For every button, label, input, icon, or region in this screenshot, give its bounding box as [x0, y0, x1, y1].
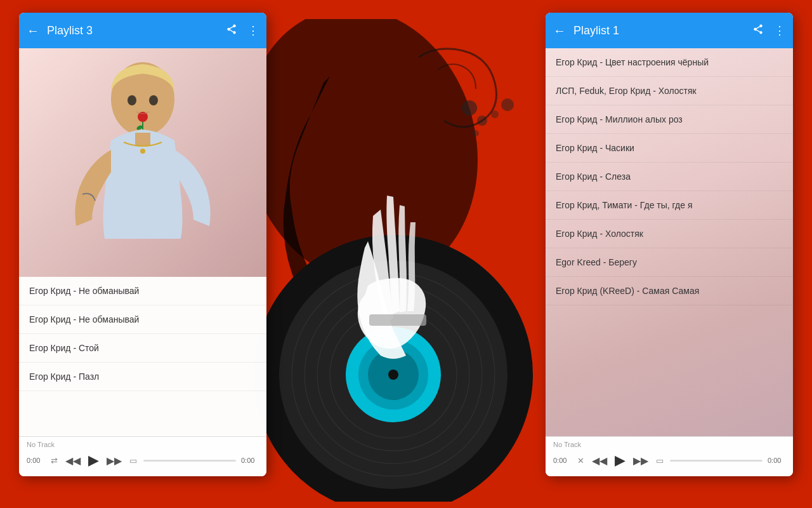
right-song-item-2[interactable]: Егор Крид - Миллион алых роз — [546, 105, 793, 134]
left-song-item-0[interactable]: Егор Крид - Не обманывай — [19, 277, 266, 305]
left-time-start: 0:00 — [27, 457, 44, 464]
left-toolbar-icons: ⋮ — [226, 23, 259, 38]
right-shuffle-btn[interactable]: ✕ — [576, 455, 586, 467]
right-progress-bar[interactable] — [670, 460, 763, 462]
left-song-list: Егор Крид - Не обманывай Егор Крид - Не … — [19, 277, 266, 436]
left-shuffle-btn[interactable]: ⇄ — [49, 455, 59, 467]
left-repeat-btn[interactable]: ▭ — [128, 455, 138, 467]
left-artist-image — [19, 48, 266, 277]
right-song-item-6[interactable]: Егор Крид - Холостяк — [546, 220, 793, 248]
right-repeat-btn[interactable]: ▭ — [655, 455, 665, 467]
left-more-icon[interactable]: ⋮ — [247, 23, 259, 38]
left-prev-btn[interactable]: ◀◀ — [64, 453, 82, 468]
right-song-item-1[interactable]: ЛСП, Feduk, Егор Крид - Холостяк — [546, 77, 793, 105]
left-play-btn[interactable]: ▶ — [87, 451, 100, 470]
left-progress-bar[interactable] — [143, 460, 236, 462]
right-prev-btn[interactable]: ◀◀ — [591, 453, 608, 468]
left-player-controls: 0:00 ⇄ ◀◀ ▶ ▶▶ ▭ 0:00 — [27, 451, 259, 470]
right-player-controls: 0:00 ✕ ◀◀ ▶ ▶▶ ▭ 0:00 — [553, 451, 785, 470]
left-playlist-title: Playlist 3 — [47, 24, 226, 37]
right-song-item-8[interactable]: Егор Крид (KReeD) - Самая Самая — [546, 277, 793, 305]
svg-point-25 — [140, 149, 145, 154]
right-next-btn[interactable]: ▶▶ — [632, 453, 650, 468]
left-time-end: 0:00 — [241, 457, 259, 464]
right-song-item-4[interactable]: Егор Крид - Слеза — [546, 163, 793, 191]
left-toolbar: ← Playlist 3 ⋮ — [19, 13, 266, 48]
right-back-button[interactable]: ← — [553, 23, 566, 38]
right-share-icon[interactable] — [752, 23, 764, 38]
right-toolbar-icons: ⋮ — [752, 23, 785, 38]
svg-point-19 — [128, 95, 136, 105]
right-song-item-0[interactable]: Егор Крид - Цвет настроения чёрный — [546, 48, 793, 77]
right-no-track: No Track — [553, 441, 785, 448]
right-song-item-5[interactable]: Егор Крид, Тимати - Где ты, где я — [546, 191, 793, 220]
phone-right-panel: ← Playlist 1 ⋮ Егор Крид - Цвет настроен… — [546, 13, 793, 476]
phone-left-panel: ← Playlist 3 ⋮ — [19, 13, 266, 476]
left-song-item-1[interactable]: Егор Крид - Не обманывай — [19, 305, 266, 334]
right-toolbar: ← Playlist 1 ⋮ — [546, 13, 793, 48]
left-song-item-2[interactable]: Егор Крид - Стой — [19, 334, 266, 363]
svg-rect-24 — [135, 133, 150, 145]
right-song-item-7[interactable]: Egor Kreed - Берегу — [546, 248, 793, 277]
right-player-bar: No Track 0:00 ✕ ◀◀ ▶ ▶▶ ▭ 0:00 — [546, 436, 793, 476]
right-time-end: 0:00 — [768, 457, 785, 464]
left-next-btn[interactable]: ▶▶ — [105, 453, 123, 468]
right-song-item-3[interactable]: Егор Крид - Часики — [546, 134, 793, 163]
right-time-start: 0:00 — [553, 457, 571, 464]
right-song-list: Егор Крид - Цвет настроения чёрный ЛСП, … — [546, 48, 793, 436]
left-back-button[interactable]: ← — [27, 23, 39, 38]
right-more-icon[interactable]: ⋮ — [774, 23, 785, 38]
left-share-icon[interactable] — [226, 23, 237, 38]
svg-point-20 — [149, 95, 158, 105]
left-song-item-3[interactable]: Егор Крид - Пазл — [19, 363, 266, 391]
right-playlist-title: Playlist 1 — [573, 24, 752, 37]
right-play-btn[interactable]: ▶ — [613, 451, 627, 470]
left-player-bar: No Track 0:00 ⇄ ◀◀ ▶ ▶▶ ▭ 0:00 — [19, 436, 266, 476]
left-no-track: No Track — [27, 441, 259, 448]
